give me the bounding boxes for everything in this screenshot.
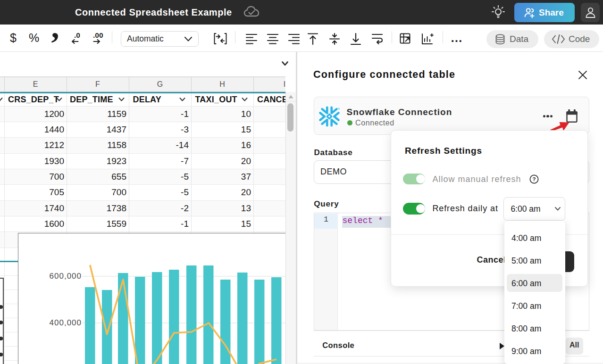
svg-text:400,000: 400,000 <box>50 318 82 327</box>
svg-text:.0: .0 <box>74 31 80 39</box>
svg-text:?: ? <box>532 176 536 182</box>
svg-text:.00: .00 <box>93 31 103 39</box>
svg-text:600,000: 600,000 <box>50 272 82 281</box>
